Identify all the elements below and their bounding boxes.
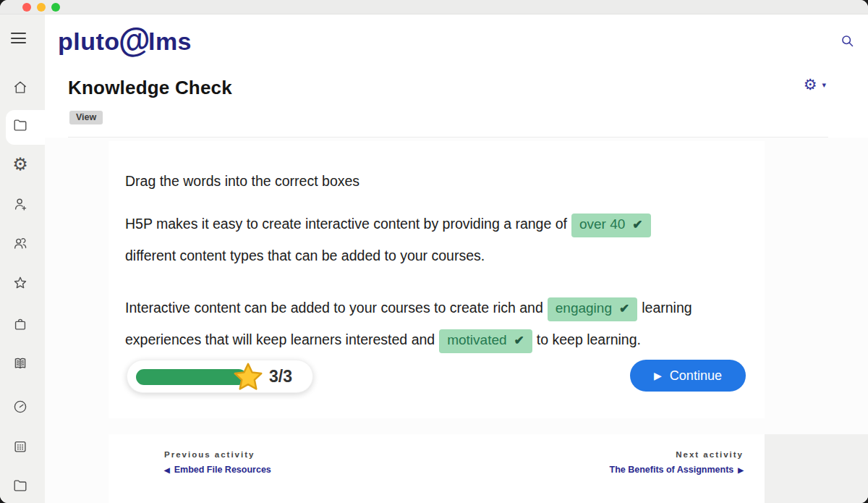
previous-activity-link[interactable]: ◀Embed File Resources [164, 465, 271, 475]
play-icon: ▶ [654, 370, 662, 381]
calendar-icon [12, 439, 28, 455]
gear-icon: ⚙ [804, 77, 817, 93]
paragraph-text: experiences that will keep learners inte… [125, 331, 435, 347]
logo-text-left: pluto [58, 28, 120, 56]
answer-chip-over-40[interactable]: over 40✔ [571, 214, 651, 237]
paragraph-text: to keep learning. [537, 331, 641, 347]
activity-settings-dropdown[interactable]: ⚙ ▾ [804, 77, 826, 93]
app-window: ⚙ pluto @ lms [0, 0, 868, 503]
correct-check-icon: ✔ [514, 334, 524, 347]
paragraph-text: learning [642, 300, 692, 316]
main-content: Knowledge Check View ⚙ ▾ Drag the words … [45, 65, 868, 503]
answer-text: over 40 [579, 216, 625, 232]
top-header: pluto @ lms [45, 14, 868, 65]
folder-icon [12, 117, 28, 133]
previous-activity-block: Previous activity ◀Embed File Resources [164, 450, 271, 475]
zoom-window-button[interactable] [51, 3, 60, 12]
page-title: Knowledge Check [68, 77, 232, 99]
fill-blank-paragraph-1: H5P makes it easy to create interactive … [125, 208, 758, 271]
paragraph-text: different content types that can be adde… [125, 248, 485, 263]
view-mode-badge: View [69, 111, 103, 124]
continue-button-label: Continue [670, 368, 722, 384]
search-icon [840, 33, 855, 48]
activity-instruction: Drag the words into the correct boxes [125, 173, 359, 190]
paragraph-text: Interactive content can be added to your… [125, 300, 543, 316]
background-panel [765, 434, 868, 503]
minimize-window-button[interactable] [37, 3, 46, 12]
correct-check-icon: ✔ [632, 218, 642, 232]
sidebar-item-assignments[interactable] [12, 316, 29, 333]
star-icon [231, 360, 265, 394]
pluto-lms-logo[interactable]: pluto @ lms [58, 22, 192, 61]
sidebar: ⚙ [0, 14, 45, 503]
answer-chip-motivated[interactable]: motivated✔ [439, 329, 532, 353]
next-activity-label: Next activity [610, 450, 744, 459]
arrow-right-icon: ▶ [738, 466, 744, 474]
home-icon [12, 80, 28, 96]
previous-activity-link-text: Embed File Resources [174, 465, 271, 475]
gauge-icon [12, 399, 28, 415]
answer-chip-engaging[interactable]: engaging✔ [548, 297, 637, 321]
answer-text: engaging [556, 300, 612, 316]
logo-text-right: lms [148, 28, 192, 56]
sidebar-item-add-user[interactable] [12, 195, 29, 213]
page-header-section: Knowledge Check View ⚙ ▾ [45, 65, 868, 138]
sidebar-item-dashboard[interactable] [12, 398, 29, 415]
sidebar-item-favorites[interactable] [12, 274, 29, 292]
bag-icon [12, 316, 28, 332]
sidebar-item-courses[interactable] [12, 117, 29, 134]
next-activity-link-text: The Benefits of Assignments [610, 465, 734, 475]
user-add-icon [12, 196, 28, 212]
score-value: 3/3 [269, 367, 292, 386]
header-divider [68, 137, 828, 138]
sidebar-item-users[interactable] [12, 234, 29, 252]
fill-blank-paragraph-2: Interactive content can be added to your… [125, 292, 758, 355]
chevron-down-icon: ▾ [822, 80, 826, 90]
sidebar-item-files[interactable] [12, 477, 29, 494]
gear-icon: ⚙ [12, 156, 28, 173]
sidebar-item-home[interactable] [12, 79, 29, 96]
star-icon [12, 275, 28, 291]
previous-activity-label: Previous activity [164, 450, 271, 459]
h5p-activity-card: Drag the words into the correct boxes H5… [109, 141, 765, 418]
score-progress-bar: 3/3 [127, 360, 313, 393]
continue-button[interactable]: ▶ Continue [630, 360, 746, 392]
sidebar-item-library[interactable] [12, 355, 29, 372]
activity-navigation: Previous activity ◀Embed File Resources … [109, 434, 765, 503]
users-icon [12, 235, 28, 251]
next-activity-link[interactable]: The Benefits of Assignments▶ [610, 465, 744, 475]
answer-text: motivated [447, 332, 506, 347]
paragraph-text: H5P makes it easy to create interactive … [125, 216, 567, 232]
arrow-left-icon: ◀ [164, 466, 170, 474]
menu-toggle-button[interactable] [11, 33, 26, 43]
book-icon [12, 355, 28, 371]
logo-at-icon: @ [114, 17, 153, 62]
macos-titlebar [0, 0, 868, 14]
search-button[interactable] [838, 31, 856, 50]
progress-fill [136, 369, 247, 385]
folder-icon [12, 478, 28, 494]
correct-check-icon: ✔ [619, 302, 629, 316]
sidebar-item-settings[interactable]: ⚙ [12, 156, 29, 173]
next-activity-block: Next activity The Benefits of Assignment… [610, 450, 744, 475]
close-window-button[interactable] [22, 3, 31, 12]
sidebar-item-calendar[interactable] [12, 438, 29, 455]
